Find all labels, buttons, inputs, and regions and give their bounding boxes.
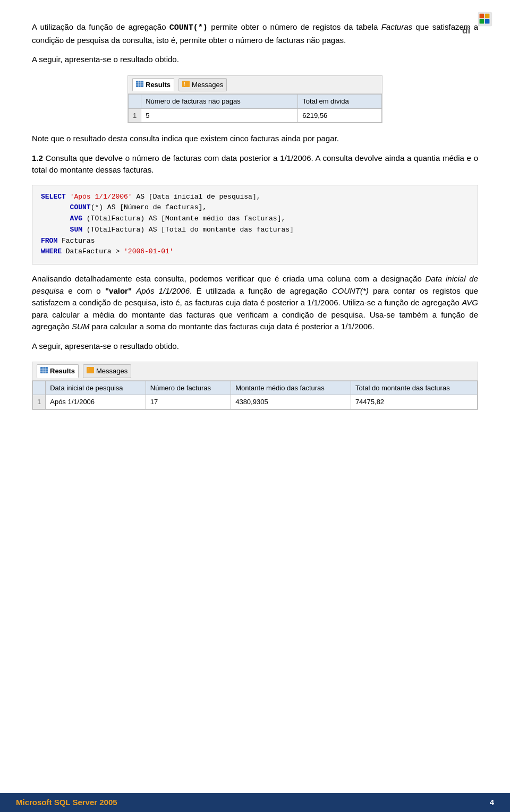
intro-paragraph: A utilização da função de agregação COUN… <box>32 21 478 46</box>
avg-italic: AVG <box>462 298 478 307</box>
result-data-table-1: Número de facturas não pagas Total em dí… <box>128 94 382 123</box>
grid-icon-2 <box>40 366 48 377</box>
apos-inline: Após 1/1/2006 <box>136 286 190 295</box>
tab-messages-2[interactable]: ! Messages <box>83 364 131 378</box>
section-num: 1.2 <box>32 153 43 163</box>
svg-text:!: ! <box>88 367 90 373</box>
col-nfacturas: Número de facturas não pagas <box>141 95 298 109</box>
tab-results-2[interactable]: Results <box>37 364 79 378</box>
sum-italic: SUM <box>72 322 89 331</box>
tab-messages-label-2: Messages <box>96 366 128 377</box>
row-num-2: 1 <box>33 395 46 409</box>
section-12-paragraph: 1.2 Consulta que devolve o número de fac… <box>32 152 478 176</box>
di-logo-icon: di <box>462 11 494 37</box>
col-data-inicial: Data inicial de pesquisa <box>46 381 146 395</box>
msg-icon-2: ! <box>87 366 94 377</box>
result-tabs-2: Results ! Messages <box>32 362 478 381</box>
footer-page: 4 <box>490 797 494 809</box>
footer-title: Microsoft SQL Server 2005 <box>16 797 117 809</box>
svg-text:!: ! <box>184 81 185 87</box>
data-inicial-inline: Data inicial de pesquisa <box>32 274 478 295</box>
facturas-inline: Facturas <box>381 22 412 31</box>
sql-code-block: SELECT 'Após 1/1/2006' AS [Data inicial … <box>32 185 478 265</box>
result-intro-text: A seguir, apresenta-se o resultado obtid… <box>32 54 478 66</box>
tab-results-label-2: Results <box>50 366 75 377</box>
table-row: 1 Após 1/1/2006 17 4380,9305 74475,82 <box>33 395 478 409</box>
cell-medio-2: 4380,9305 <box>231 395 351 409</box>
note-paragraph: Note que o resultado desta consulta indi… <box>32 133 478 145</box>
page: di A utilização da função de agregação C… <box>0 0 510 812</box>
col-montante-medio: Montante médio das facturas <box>231 381 351 395</box>
col-rownum-1 <box>129 95 141 109</box>
svg-rect-6 <box>136 81 143 87</box>
result-data-table-2: Data inicial de pesquisa Número de factu… <box>32 381 478 409</box>
msg-icon-1: ! <box>182 80 190 90</box>
col-rownum-2 <box>33 381 46 395</box>
tab-messages-1[interactable]: ! Messages <box>178 78 227 92</box>
svg-rect-2 <box>485 14 490 19</box>
result-tabs-1: Results ! Messages <box>128 76 382 95</box>
cell-data-2: Após 1/1/2006 <box>46 395 146 409</box>
svg-rect-1 <box>480 14 484 19</box>
bottom-bar: Microsoft SQL Server 2005 4 <box>0 793 510 812</box>
col-num-facturas: Número de facturas <box>146 381 231 395</box>
valor-bold: "valor" <box>105 286 132 295</box>
tab-messages-label-1: Messages <box>192 80 223 90</box>
svg-text:di: di <box>462 25 470 36</box>
col-total-montante: Total do montante das facturas <box>351 381 477 395</box>
col-total: Total em dívida <box>298 95 382 109</box>
tab-results-label-1: Results <box>146 80 171 90</box>
svg-rect-3 <box>480 19 484 24</box>
cell-total-2: 74475,82 <box>351 395 477 409</box>
tab-results-1[interactable]: Results <box>132 78 174 92</box>
result-table-2: Results ! Messages Data inicial de pesqu… <box>32 362 478 410</box>
row-num-1: 1 <box>129 108 141 123</box>
cell-total-1: 6219,56 <box>298 108 382 123</box>
svg-rect-13 <box>40 367 48 373</box>
cell-num-2: 17 <box>146 395 231 409</box>
grid-icon-1 <box>136 80 143 90</box>
count-italic: COUNT(*) <box>332 286 369 295</box>
table-row: 1 5 6219,56 <box>129 108 382 123</box>
svg-rect-4 <box>485 19 490 24</box>
count-inline: COUNT(*) <box>169 23 208 32</box>
result-final-text: A seguir, apresenta-se o resultado obtid… <box>32 340 478 353</box>
result-table-1: Results ! Messages Número de facturas nã… <box>128 75 382 124</box>
cell-nfacturas-1: 5 <box>141 108 298 123</box>
logo-area: di <box>462 11 494 41</box>
analysis-paragraph: Analisando detalhadamente esta consulta,… <box>32 273 478 333</box>
